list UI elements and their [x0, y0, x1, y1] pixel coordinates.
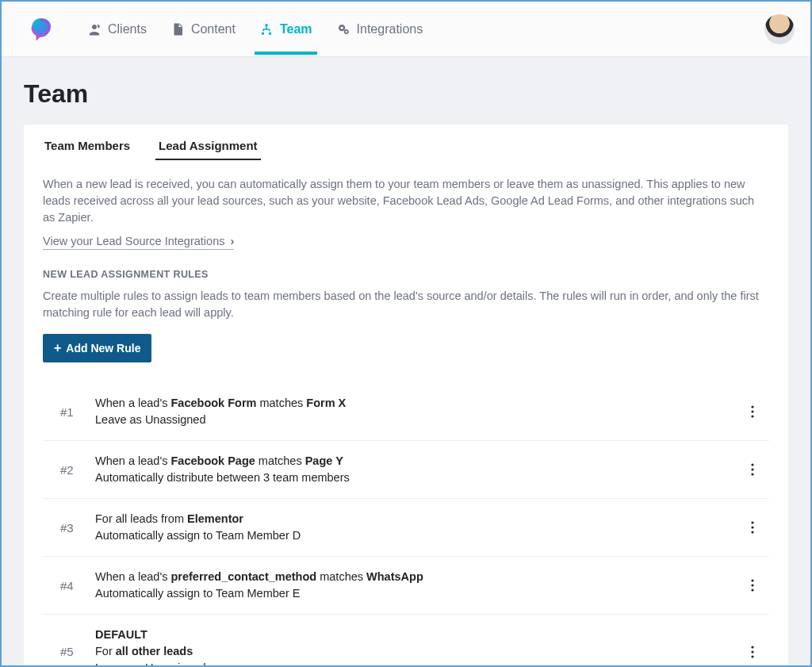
kebab-icon — [751, 521, 754, 534]
rule-number: #5 — [60, 645, 95, 658]
svg-point-13 — [751, 650, 753, 653]
svg-point-7 — [751, 527, 753, 529]
team-panel: Team Members Lead Assignment When a new … — [24, 125, 788, 667]
user-avatar[interactable] — [764, 14, 795, 44]
main-nav: Clients Content Team Integrations — [87, 5, 764, 54]
rules-heading: NEW LEAD ASSIGNMENT RULES — [43, 269, 769, 280]
svg-point-6 — [751, 522, 753, 524]
rules-description: Create multiple rules to assign leads to… — [43, 288, 769, 321]
tab-team-members[interactable]: Team Members — [41, 125, 133, 167]
rule-description: When a lead's Facebook Page matches Page… — [95, 453, 741, 486]
kebab-icon — [751, 646, 754, 658]
rule-description: DEFAULT For all other leads Leave as Una… — [95, 627, 741, 667]
sitemap-icon — [259, 22, 274, 36]
rule-row: #2 When a lead's Facebook Page matches P… — [43, 441, 769, 499]
nav-integrations[interactable]: Integrations — [336, 5, 423, 54]
svg-point-1 — [751, 410, 753, 412]
nav-clients-label: Clients — [108, 22, 147, 36]
svg-point-11 — [751, 589, 753, 592]
rule-menu-button[interactable] — [741, 640, 764, 664]
svg-point-14 — [751, 655, 753, 657]
rule-menu-button[interactable] — [741, 400, 764, 424]
app-header: Clients Content Team Integrations — [2, 2, 810, 57]
nav-team-label: Team — [280, 22, 312, 36]
svg-point-10 — [751, 585, 753, 587]
page-body: Team Team Members Lead Assignment When a… — [2, 57, 810, 667]
users-icon — [87, 22, 102, 36]
nav-clients[interactable]: Clients — [87, 5, 147, 54]
svg-point-3 — [751, 464, 753, 466]
kebab-icon — [751, 405, 754, 418]
rule-menu-button[interactable] — [741, 516, 764, 539]
rule-number: #3 — [60, 521, 95, 535]
rules-list: #1 When a lead's Facebook Form matches F… — [43, 383, 769, 667]
plus-icon: + — [54, 342, 61, 355]
svg-point-0 — [751, 405, 753, 408]
rule-menu-button[interactable] — [741, 458, 764, 481]
kebab-icon — [751, 463, 754, 476]
page-title: Team — [24, 79, 788, 109]
rule-description: When a lead's preferred_contact_method m… — [95, 569, 741, 602]
rule-number: #2 — [60, 463, 95, 477]
rule-description: When a lead's Facebook Form matches Form… — [95, 395, 741, 428]
tab-bar: Team Members Lead Assignment — [24, 125, 788, 167]
app-logo — [27, 15, 56, 44]
gears-icon — [336, 22, 350, 36]
nav-content[interactable]: Content — [170, 5, 236, 54]
rule-description: For all leads from Elementor Automatical… — [95, 511, 741, 544]
svg-point-9 — [751, 580, 753, 582]
rule-menu-button[interactable] — [741, 573, 764, 597]
add-new-rule-label: Add New Rule — [66, 342, 140, 355]
tab-lead-assignment[interactable]: Lead Assignment — [155, 125, 260, 167]
svg-point-2 — [751, 415, 753, 417]
svg-point-12 — [751, 646, 753, 648]
kebab-icon — [751, 579, 754, 592]
rule-row: #1 When a lead's Facebook Form matches F… — [43, 383, 769, 441]
lead-source-integrations-link[interactable]: View your Lead Source Integrations › — [43, 235, 234, 250]
lead-source-integrations-label: View your Lead Source Integrations — [43, 235, 224, 247]
rule-row: #5 DEFAULT For all other leads Leave as … — [43, 615, 769, 667]
svg-point-4 — [751, 469, 753, 471]
rule-number: #1 — [60, 405, 95, 419]
nav-content-label: Content — [191, 22, 236, 36]
nav-integrations-label: Integrations — [357, 22, 423, 36]
rule-row: #4 When a lead's preferred_contact_metho… — [43, 557, 769, 615]
chevron-right-icon: › — [227, 235, 234, 247]
document-icon — [170, 22, 185, 36]
nav-team[interactable]: Team — [259, 5, 312, 54]
rule-row: #3 For all leads from Elementor Automati… — [43, 499, 769, 557]
svg-point-8 — [751, 531, 753, 534]
intro-text: When a new lead is received, you can aut… — [43, 176, 769, 226]
rule-number: #4 — [60, 579, 95, 592]
svg-point-5 — [751, 473, 753, 476]
add-new-rule-button[interactable]: + Add New Rule — [43, 334, 151, 362]
tab-content: When a new lead is received, you can aut… — [24, 167, 788, 667]
